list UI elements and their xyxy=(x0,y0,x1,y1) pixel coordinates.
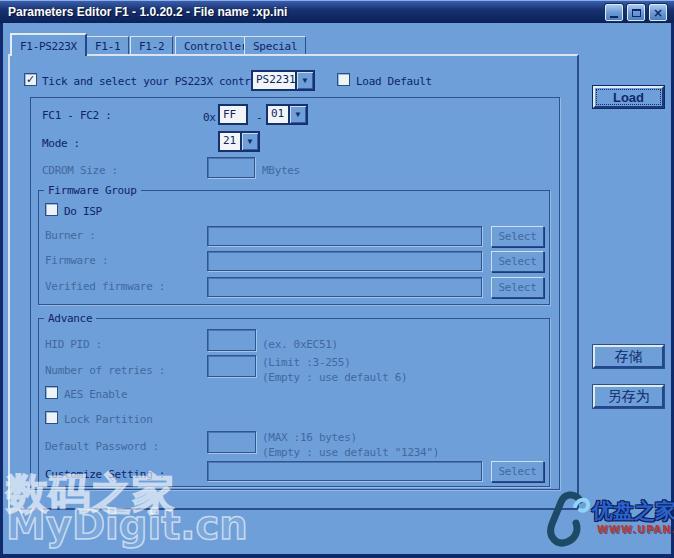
password-hint-1: (MAX :16 bytes) xyxy=(262,431,357,444)
aes-enable-checkbox[interactable] xyxy=(45,386,58,399)
aes-enable-label: AES Enable xyxy=(64,388,127,401)
close-button[interactable]: × xyxy=(649,4,667,21)
default-password-input[interactable] xyxy=(207,431,256,453)
default-password-label: Default Password : xyxy=(45,440,159,453)
tab-special[interactable]: Special xyxy=(244,36,306,55)
save-as-button[interactable]: 另存为 xyxy=(593,385,664,408)
hex-prefix-label: 0x xyxy=(203,111,216,124)
firmware-label: Firmware : xyxy=(45,254,108,267)
do-isp-checkbox[interactable] xyxy=(45,203,58,216)
minimize-button[interactable] xyxy=(605,4,623,21)
watermark-upan-url: WWW.UPAN.CC xyxy=(597,524,674,535)
tab-f1-2[interactable]: F1-2 xyxy=(130,36,173,55)
tab-f1-1[interactable]: F1-1 xyxy=(86,36,129,55)
fc1-input[interactable]: FF xyxy=(218,104,248,125)
verified-firmware-input[interactable] xyxy=(207,277,482,297)
cdrom-size-input[interactable] xyxy=(207,157,255,178)
retries-input[interactable] xyxy=(207,355,256,377)
load-button[interactable]: Load xyxy=(593,86,664,108)
retries-label: Number of retries : xyxy=(45,364,165,377)
tab-f1-ps223x[interactable]: F1-PS223X xyxy=(10,33,87,56)
cdrom-unit-label: MBytes xyxy=(262,164,300,177)
do-isp-label: Do ISP xyxy=(64,205,102,218)
verified-firmware-label: Verified firmware : xyxy=(45,280,165,293)
hid-pid-input[interactable] xyxy=(207,329,256,351)
customize-setting-label: Customize Setting : xyxy=(45,468,165,481)
hid-pid-hint: (ex. 0xEC51) xyxy=(262,338,338,351)
verified-firmware-select-button[interactable]: Select xyxy=(491,277,544,298)
minimize-icon xyxy=(610,16,618,18)
chevron-down-icon[interactable]: ▼ xyxy=(295,72,313,89)
controller-select[interactable]: PS2231 ▼ xyxy=(251,70,315,91)
maximize-icon xyxy=(632,9,641,17)
retries-hint-2: (Empty : use default 6) xyxy=(262,371,407,384)
firmware-group-title: Firmware Group xyxy=(44,184,141,197)
upan-logo-icon xyxy=(539,490,597,550)
maximize-button[interactable] xyxy=(627,4,645,21)
window-title: Parameters Editor F1 - 1.0.20.2 - File n… xyxy=(8,5,287,19)
customize-select-button[interactable]: Select xyxy=(491,461,544,482)
parameters-editor-window: Parameters Editor F1 - 1.0.20.2 - File n… xyxy=(0,0,674,558)
fc-separator: - xyxy=(256,111,262,124)
hid-pid-label: HID PID : xyxy=(45,338,102,351)
watermark-upan-title: 优盘之家 xyxy=(592,497,674,525)
mode-select[interactable]: 21 ▼ xyxy=(218,131,260,152)
lock-partition-checkbox[interactable] xyxy=(45,411,58,424)
burner-input[interactable] xyxy=(207,226,482,246)
focus-rect xyxy=(596,89,661,105)
load-default-checkbox[interactable] xyxy=(337,73,350,86)
customize-setting-input[interactable] xyxy=(207,461,482,481)
password-hint-2: (Empty : use default "1234") xyxy=(262,446,439,459)
mode-select-value: 21 xyxy=(220,133,240,150)
fc2-select[interactable]: 01 ▼ xyxy=(266,104,308,125)
burner-label: Burner : xyxy=(45,229,96,242)
title-bar: Parameters Editor F1 - 1.0.20.2 - File n… xyxy=(0,0,674,23)
close-icon: × xyxy=(653,7,663,19)
check-icon: ✓ xyxy=(26,74,35,85)
cdrom-size-label: CDROM Size : xyxy=(42,164,118,177)
chevron-down-icon[interactable]: ▼ xyxy=(240,133,258,150)
save-button[interactable]: 存储 xyxy=(593,345,664,368)
fc2-select-value: 01 xyxy=(268,106,288,123)
tick-select-checkbox[interactable]: ✓ xyxy=(24,73,37,86)
tick-select-label: Tick and select your PS223X contr: xyxy=(42,75,257,88)
firmware-select-button[interactable]: Select xyxy=(491,251,544,272)
lock-partition-label: Lock Partition xyxy=(64,413,153,426)
controller-select-value: PS2231 xyxy=(253,72,295,89)
load-default-label: Load Default xyxy=(356,75,432,88)
advance-group-title: Advance xyxy=(44,312,96,325)
firmware-input[interactable] xyxy=(207,251,482,271)
burner-select-button[interactable]: Select xyxy=(491,226,544,247)
fc1-fc2-label: FC1 - FC2 : xyxy=(42,109,112,122)
chevron-down-icon[interactable]: ▼ xyxy=(288,106,306,123)
mode-label: Mode : xyxy=(42,137,80,150)
retries-hint-1: (Limit :3-255) xyxy=(262,356,351,369)
